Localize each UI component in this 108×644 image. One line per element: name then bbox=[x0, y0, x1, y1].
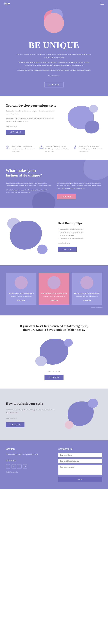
sec6-learn-more-button[interactable]: LEARN MORE bbox=[44, 375, 64, 380]
svg-rect-5 bbox=[74, 147, 76, 149]
tip-item: Cillum dolore eu fugiat nulla pariatur bbox=[58, 230, 102, 234]
hero-learn-more-button[interactable]: LEARN MORE bbox=[44, 82, 64, 88]
unique-section: What makes your fashion style unique? Di… bbox=[0, 160, 108, 208]
sec7-credit: Image from Freepik bbox=[6, 417, 56, 420]
submit-button[interactable]: SUBMIT bbox=[58, 477, 102, 482]
address: 28 Jackson Blvd Ste 1020 Chicago IL 6060… bbox=[6, 453, 50, 456]
feature-text-2: Sample text. Click to select the text bo… bbox=[45, 145, 68, 152]
sec6-image bbox=[32, 336, 76, 368]
sec4-image bbox=[6, 216, 52, 257]
testimonial-card: Duis aute irure dolor in reprehenderit i… bbox=[6, 272, 36, 305]
sec2-text-1: Duis aute irure dolor in reprehenderit i… bbox=[6, 110, 56, 115]
develop-style-section: You can develop your unique style Duis a… bbox=[0, 96, 108, 142]
follow-title: follow us bbox=[6, 459, 50, 462]
hero-text-3: Adipiscing habitant, ut a, suspendisse. … bbox=[16, 69, 92, 72]
name-input[interactable] bbox=[58, 453, 102, 457]
contact-form: SUBMIT bbox=[58, 453, 102, 482]
lipstick-icon bbox=[73, 145, 77, 150]
sec4-credit: Images from Freepik bbox=[58, 242, 102, 244]
beauty-tips-section: Best Beauty Tips Duis aute irure dolor i… bbox=[0, 208, 108, 266]
trends-section: If you want to set trends instead of fol… bbox=[0, 316, 108, 388]
tip-item: Duis aute irure dolor in reprehenderit bbox=[58, 228, 102, 230]
form-title: contact form bbox=[58, 448, 102, 450]
sec7-title: How to refresh your style bbox=[6, 402, 56, 406]
facebook-icon[interactable]: f bbox=[6, 464, 10, 469]
sec3-left-2: Adipiscing habitant, ut a, suspendisse. … bbox=[6, 189, 51, 194]
social-links: f t ◻ p bbox=[6, 464, 50, 469]
feature-col-3: Sample text. Click to select the text bo… bbox=[73, 145, 102, 152]
testimonial-text: Duis aute irure dolor in reprehenderit i… bbox=[41, 292, 67, 297]
sec2-title: You can develop your unique style bbox=[6, 104, 56, 108]
sec2-image bbox=[62, 103, 102, 135]
sec6-title: If you want to set trends instead of fol… bbox=[18, 324, 90, 332]
tip-item: In voluptate velit esse bbox=[58, 234, 102, 237]
svg-point-0 bbox=[6, 146, 8, 147]
feature-text-1: Sample text. Click to select the text bo… bbox=[12, 145, 35, 152]
location-title: location bbox=[6, 448, 50, 450]
testimonial-card: Duis aute irure dolor in reprehenderit i… bbox=[38, 272, 69, 305]
testimonial-name: Rosa Rydzek bbox=[8, 300, 34, 301]
copyright: ©2021 Privacy policy bbox=[6, 471, 50, 474]
testimonial-name: Rosa Rydzek bbox=[41, 300, 67, 301]
header: logo bbox=[0, 0, 108, 7]
sec4-learn-more-button[interactable]: LEARN MORE bbox=[58, 247, 76, 252]
tip-item: Duis aute irure dolor in reprehenderit bbox=[58, 237, 102, 240]
contact-us-button[interactable]: CONTACT US bbox=[6, 422, 24, 427]
sec3-title: What makes your fashion style unique? bbox=[6, 168, 43, 178]
avatar bbox=[15, 276, 28, 289]
sec4-title: Best Beauty Tips bbox=[58, 222, 102, 225]
footer: location 28 Jackson Blvd Ste 1020 Chicag… bbox=[0, 440, 108, 489]
svg-point-1 bbox=[6, 148, 8, 149]
twitter-icon[interactable]: t bbox=[12, 464, 16, 469]
pinterest-icon[interactable]: p bbox=[23, 464, 27, 469]
logo[interactable]: logo bbox=[4, 2, 10, 5]
menu-button[interactable] bbox=[100, 3, 104, 5]
sec2-credit: Image from Freepik bbox=[6, 125, 56, 128]
sec2-learn-more-button[interactable]: LEARN MORE bbox=[6, 130, 25, 135]
testimonial-name: Lina Larsen bbox=[74, 300, 100, 301]
testimonials-section: Duis aute irure dolor in reprehenderit i… bbox=[0, 266, 108, 316]
testimonial-text: Duis aute irure dolor in reprehenderit i… bbox=[74, 292, 100, 297]
sec6-credit: Images from Freepik bbox=[6, 370, 102, 372]
avatar bbox=[80, 276, 93, 289]
hero-text-2: Maecenas ullamcorper porta diam, ac temp… bbox=[16, 61, 92, 67]
avatar bbox=[48, 276, 60, 289]
feature-col-2: Sample text. Click to select the text bo… bbox=[39, 145, 68, 152]
sec3-right-1: Maecenas ullamcorper porta diam, ac temp… bbox=[57, 182, 102, 190]
refresh-section: How to refresh your style Duis aute irur… bbox=[0, 388, 108, 440]
testimonial-card: Duis aute irure dolor in reprehenderit i… bbox=[72, 272, 102, 305]
hero-section: BE UNIQUE Dignissim proin tincidunt nibh… bbox=[0, 0, 108, 96]
hanger-icon bbox=[39, 145, 44, 150]
hero-text-1: Dignissim proin tincidunt nibh tristique… bbox=[16, 53, 92, 59]
sec3-learn-more-button[interactable]: LEARN MORE bbox=[57, 194, 76, 199]
hero-title: BE UNIQUE bbox=[6, 40, 102, 50]
message-input[interactable] bbox=[58, 465, 102, 475]
feature-text-3: Sample text. Click to select the text bo… bbox=[79, 145, 102, 152]
feature-col-1: Sample text. Click to select the text bo… bbox=[6, 145, 35, 152]
svg-point-4 bbox=[41, 146, 42, 146]
scissors-icon bbox=[6, 145, 10, 150]
hero-credit: Image from Freepik bbox=[16, 74, 92, 77]
sec3-left-1: Dignissim proin tincidunt nibh tristique… bbox=[6, 182, 51, 187]
testimonials-credit: Images from Freepik bbox=[6, 307, 102, 308]
testimonial-text: Duis aute irure dolor in reprehenderit i… bbox=[8, 292, 34, 297]
tips-list: Duis aute irure dolor in reprehenderit C… bbox=[58, 228, 102, 240]
instagram-icon[interactable]: ◻ bbox=[17, 464, 22, 469]
sec2-text-2: Sample text. Lorem ipsum dolor sit amet,… bbox=[6, 117, 56, 123]
features-row: Sample text. Click to select the text bo… bbox=[0, 142, 108, 160]
sec7-text: Duis aute irure dolor in reprehenderit i… bbox=[6, 408, 56, 414]
hero-image bbox=[40, 9, 68, 38]
sec7-image bbox=[62, 397, 102, 432]
email-input[interactable] bbox=[58, 459, 102, 463]
